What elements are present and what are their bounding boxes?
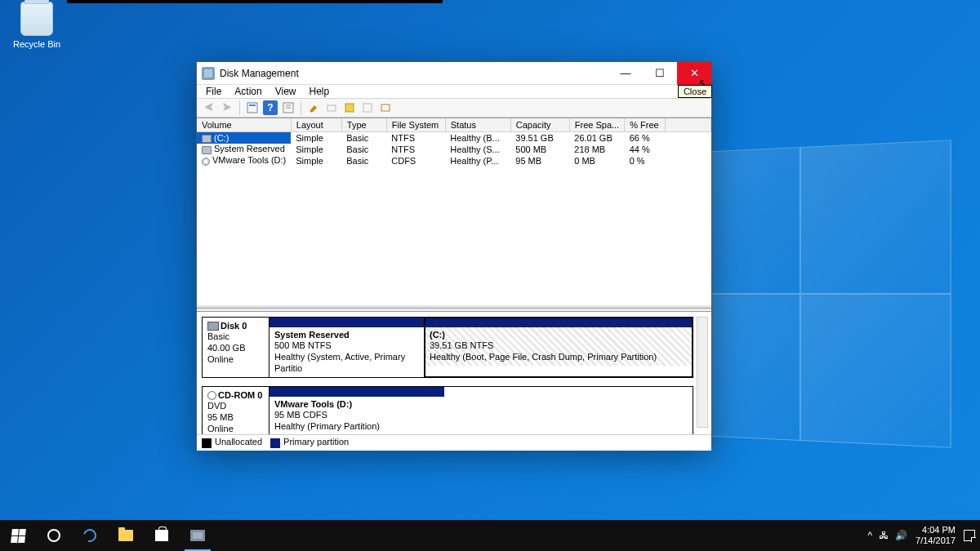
cortana-button[interactable] bbox=[36, 520, 72, 551]
titlebar[interactable]: Disk Management — ☐ ✕ ↖ Close bbox=[197, 62, 711, 85]
toolbar: ⮜ ⮞ ? bbox=[197, 99, 711, 118]
col-fs[interactable]: File System bbox=[386, 118, 445, 132]
menubar: File Action View Help bbox=[197, 85, 711, 99]
recycle-bin-label: Recycle Bin bbox=[8, 39, 65, 49]
disk-management-window: Disk Management — ☐ ✕ ↖ Close File Actio… bbox=[196, 61, 712, 449]
disk-graphical-view: Disk 0Basic40.00 GBOnlineSystem Reserved… bbox=[197, 312, 711, 451]
properties-button[interactable] bbox=[245, 100, 260, 115]
disk-row: CD-ROM 0DVD95 MBOnlineVMware Tools (D:)9… bbox=[202, 386, 693, 439]
tray[interactable]: ^ 🖧 🔊 bbox=[867, 530, 907, 541]
partition[interactable]: (C:)39.51 GB NTFSHealthy (Boot, Page Fil… bbox=[425, 318, 693, 377]
back-button[interactable]: ⮜ bbox=[202, 100, 216, 115]
col-pct[interactable]: % Free bbox=[625, 118, 666, 132]
window-title: Disk Management bbox=[220, 68, 299, 79]
start-button[interactable] bbox=[0, 520, 36, 551]
menu-help[interactable]: Help bbox=[304, 85, 336, 98]
recycle-bin-icon bbox=[20, 2, 53, 36]
hdd-icon bbox=[207, 322, 219, 331]
action4-button[interactable] bbox=[360, 100, 375, 115]
graphical-scrollbar[interactable] bbox=[697, 317, 708, 428]
col-capacity[interactable]: Capacity bbox=[510, 118, 569, 132]
disk-row: Disk 0Basic40.00 GBOnlineSystem Reserved… bbox=[202, 317, 693, 378]
tray-chevron-icon[interactable]: ^ bbox=[867, 530, 872, 541]
col-status[interactable]: Status bbox=[445, 118, 510, 132]
action-center-icon[interactable] bbox=[964, 530, 975, 541]
menu-file[interactable]: File bbox=[200, 85, 227, 98]
close-button[interactable]: ✕ ↖ bbox=[677, 62, 711, 85]
action3-button[interactable] bbox=[342, 100, 357, 115]
svg-rect-1 bbox=[249, 104, 256, 106]
store-button[interactable] bbox=[144, 520, 180, 551]
legend-unallocated: Unallocated bbox=[215, 437, 262, 447]
letterbox-top bbox=[67, 0, 443, 3]
hdd-icon bbox=[202, 135, 212, 143]
tray-network-icon[interactable]: 🖧 bbox=[879, 530, 889, 541]
legend-primary: Primary partition bbox=[283, 437, 349, 447]
forward-button[interactable]: ⮞ bbox=[220, 100, 234, 115]
volume-row[interactable]: VMware Tools (D:)SimpleBasicCDFSHealthy … bbox=[197, 155, 711, 167]
clock[interactable]: 4:04 PM 7/14/2017 bbox=[915, 525, 956, 545]
volume-row[interactable]: (C:)SimpleBasicNTFSHealthy (B...39.51 GB… bbox=[197, 132, 711, 144]
help-button[interactable]: ? bbox=[263, 100, 278, 115]
recycle-bin[interactable]: Recycle Bin bbox=[8, 2, 65, 49]
close-tooltip: Close bbox=[678, 85, 712, 98]
volume-list[interactable]: Volume Layout Type File System Status Ca… bbox=[197, 118, 711, 308]
disk-header[interactable]: Disk 0Basic40.00 GBOnline bbox=[202, 317, 269, 378]
disk-management-taskbar-button[interactable] bbox=[180, 520, 216, 551]
svg-rect-6 bbox=[345, 104, 354, 112]
svg-rect-7 bbox=[363, 104, 372, 112]
file-explorer-button[interactable] bbox=[108, 520, 144, 551]
app-icon bbox=[202, 67, 215, 80]
cd-icon bbox=[202, 158, 210, 166]
taskbar: ^ 🖧 🔊 4:04 PM 7/14/2017 bbox=[0, 520, 980, 551]
menu-view[interactable]: View bbox=[270, 85, 302, 98]
edge-button[interactable] bbox=[72, 520, 108, 551]
clock-time: 4:04 PM bbox=[915, 525, 956, 535]
partition[interactable]: System Reserved500 MB NTFSHealthy (Syste… bbox=[270, 318, 425, 377]
partition[interactable]: VMware Tools (D:)95 MB CDFSHealthy (Prim… bbox=[270, 387, 444, 438]
action5-button[interactable] bbox=[378, 100, 393, 115]
cd-icon bbox=[207, 391, 216, 400]
action1-button[interactable] bbox=[306, 100, 321, 115]
volume-row[interactable]: System ReservedSimpleBasicNTFSHealthy (S… bbox=[197, 144, 711, 155]
menu-action[interactable]: Action bbox=[229, 85, 267, 98]
refresh-button[interactable] bbox=[281, 100, 296, 115]
svg-rect-0 bbox=[247, 103, 257, 113]
col-type[interactable]: Type bbox=[341, 118, 386, 132]
col-layout[interactable]: Layout bbox=[291, 118, 341, 132]
svg-rect-5 bbox=[327, 105, 336, 111]
minimize-button[interactable]: — bbox=[608, 62, 643, 85]
legend: Unallocated Primary partition bbox=[197, 434, 711, 451]
tray-volume-icon[interactable]: 🔊 bbox=[895, 530, 907, 541]
svg-rect-8 bbox=[381, 104, 390, 111]
col-free[interactable]: Free Spa... bbox=[569, 118, 624, 132]
maximize-button[interactable]: ☐ bbox=[643, 62, 677, 85]
disk-header[interactable]: CD-ROM 0DVD95 MBOnline bbox=[202, 386, 269, 439]
clock-date: 7/14/2017 bbox=[915, 535, 956, 546]
hdd-icon bbox=[202, 146, 212, 154]
action2-button[interactable] bbox=[324, 100, 339, 115]
col-volume[interactable]: Volume bbox=[197, 118, 291, 132]
